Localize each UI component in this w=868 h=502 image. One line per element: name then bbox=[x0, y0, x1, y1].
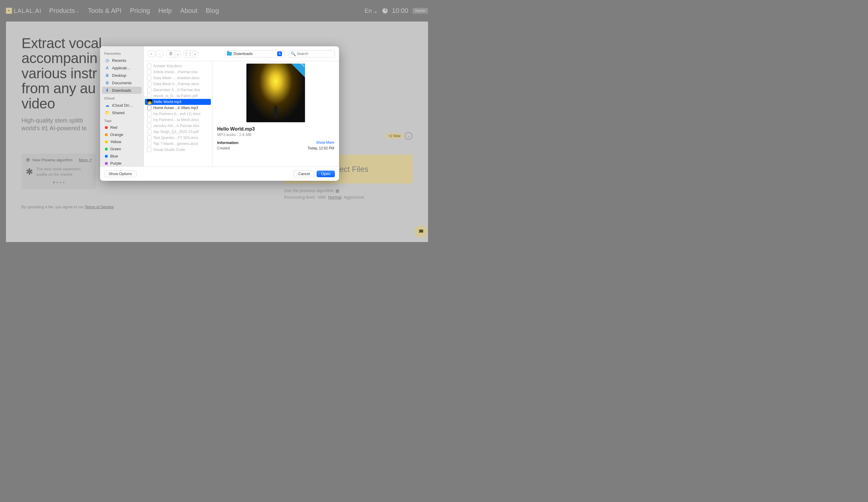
group-dropdown-icon[interactable]: ⌄ bbox=[192, 51, 198, 57]
level-normal[interactable]: Normal bbox=[328, 195, 341, 199]
nav-about[interactable]: About bbox=[180, 7, 197, 14]
language-selector[interactable]: En⌄ bbox=[364, 7, 378, 14]
group-segment[interactable]: ⋮⋮ ⌄ bbox=[184, 50, 198, 58]
tos-text: By uploading a file, you agree to our Te… bbox=[21, 205, 413, 209]
clock-icon: ◷ bbox=[105, 58, 110, 63]
search-field[interactable]: 🔍 bbox=[289, 50, 335, 58]
file-thumb-icon bbox=[147, 100, 152, 104]
plan-badge[interactable]: Starter bbox=[413, 8, 428, 14]
file-name: Visual Studio Code bbox=[153, 147, 185, 152]
previous-algorithm-toggle[interactable]: Use the previous algorithm bbox=[284, 188, 413, 193]
sidebar-item-label: Shared bbox=[112, 111, 125, 115]
sidebar-item[interactable]: Orange bbox=[102, 131, 142, 138]
logo[interactable]: ÷ LALAL.AI bbox=[6, 8, 42, 14]
file-name: December A…h Parmar.xlsx bbox=[153, 88, 200, 92]
nav-pricing[interactable]: Pricing bbox=[130, 7, 150, 14]
nav-products[interactable]: Products⌄ bbox=[49, 7, 80, 14]
level-aggressive[interactable]: Aggressive bbox=[343, 195, 364, 199]
columns-dropdown-icon[interactable]: ⌄ bbox=[175, 51, 180, 57]
file-item[interactable]: Visual Studio Code bbox=[145, 147, 211, 153]
file-list-column[interactable]: Answer Key.docxArticle Invoic…Parmar.xls… bbox=[144, 61, 213, 166]
sidebar-item-label: Applicati… bbox=[112, 66, 131, 70]
nav-help[interactable]: Help bbox=[158, 7, 172, 14]
view-columns-segment[interactable]: ☰ ⌄ bbox=[166, 50, 181, 58]
header-right: En⌄ 10:00 Starter bbox=[364, 7, 428, 14]
preview-title: Hello World.mp3 bbox=[217, 126, 334, 132]
nav-tools-api[interactable]: Tools & API bbox=[88, 7, 122, 14]
file-item[interactable]: January Arti…h Parmar.xlsx bbox=[145, 123, 211, 129]
file-item[interactable]: Jay Singh_Q1_2022-23.pdf bbox=[145, 129, 211, 135]
sidebar-item-label: iCloud Dri… bbox=[112, 103, 133, 107]
file-type-icon bbox=[147, 141, 152, 146]
level-mild[interactable]: Mild bbox=[318, 195, 326, 199]
tos-link[interactable]: Terms of Service bbox=[85, 205, 114, 209]
sidebar-item-label: Blue bbox=[110, 154, 118, 158]
file-item[interactable]: December A…h Parmar.xlsx bbox=[145, 87, 211, 93]
open-button[interactable]: Open bbox=[317, 171, 335, 177]
sidebar-item[interactable]: Yellow bbox=[102, 139, 142, 145]
primary-nav: Products⌄ Tools & API Pricing Help About… bbox=[49, 7, 219, 14]
file-name: ebook_sl_D…ta-Fabric.pdf bbox=[153, 94, 198, 98]
phoenix-icon: P bbox=[26, 158, 30, 162]
search-icon: 🔍 bbox=[291, 51, 296, 56]
file-item[interactable]: Test Questio…FT 503.docx bbox=[145, 135, 211, 141]
sidebar-item-label: Yellow bbox=[110, 140, 121, 144]
finder-main: ‹ › ☰ ⌄ ⋮⋮ ⌄ Downloads ⇅ 🔍 bbox=[144, 46, 339, 166]
chevron-down-icon: ⌄ bbox=[373, 7, 378, 14]
sidebar-item[interactable]: ☁iCloud Dri… bbox=[102, 102, 142, 109]
show-options-button[interactable]: Show Options bbox=[104, 171, 136, 177]
cloud-icon: ☁ bbox=[105, 103, 110, 107]
location-popup[interactable]: Downloads ⇅ bbox=[225, 50, 285, 58]
sidebar-item[interactable]: Purple bbox=[102, 160, 142, 166]
asterisk-icon: ✱ bbox=[26, 166, 33, 177]
file-type-icon bbox=[147, 130, 152, 134]
tag-color-icon bbox=[105, 162, 108, 165]
sidebar-item[interactable]: 🖥Desktop bbox=[102, 72, 142, 79]
file-type-icon bbox=[147, 111, 152, 116]
file-item[interactable]: Top 7 Machi…ginners.docx bbox=[145, 141, 211, 147]
sidebar-item[interactable]: Blue bbox=[102, 153, 142, 160]
file-type-icon bbox=[147, 88, 152, 92]
sidebar-item[interactable]: Green bbox=[102, 145, 142, 152]
file-item[interactable]: Article Invoic…Parmar.xlsx bbox=[145, 69, 211, 75]
sidebar-item[interactable]: AApplicati… bbox=[102, 64, 142, 71]
file-item[interactable]: Hello World.mp3 bbox=[145, 99, 211, 105]
carousel-dots[interactable] bbox=[26, 182, 92, 183]
file-item[interactable]: Answer Key.docx bbox=[145, 63, 211, 69]
checkbox-icon[interactable] bbox=[336, 189, 339, 193]
file-item[interactable]: Ivy Partners…ta Mesh.docx bbox=[145, 117, 211, 123]
cancel-button[interactable]: Cancel bbox=[293, 171, 314, 177]
promo-body-text: The best vocal separation quality on the… bbox=[36, 166, 81, 177]
file-type-icon bbox=[147, 82, 152, 86]
meta-key-created: Created bbox=[217, 146, 230, 150]
back-button[interactable]: ‹ bbox=[148, 51, 155, 57]
file-item[interactable]: Data Mesh b…Parmar.docx bbox=[145, 81, 211, 87]
file-item[interactable]: ebook_sl_D…ta-Fabric.pdf bbox=[145, 93, 211, 99]
chevron-down-icon[interactable]: ⌄ bbox=[405, 132, 413, 140]
nav-blog[interactable]: Blog bbox=[206, 7, 219, 14]
file-name: Article Invoic…Parmar.xlsx bbox=[153, 70, 198, 74]
file-item[interactable]: Ivy Partners b…esh (1).docx bbox=[145, 111, 211, 117]
file-type-icon bbox=[147, 117, 152, 122]
columns-view-icon[interactable]: ☰ bbox=[167, 51, 175, 57]
updown-icon[interactable]: ⇅ bbox=[277, 51, 282, 56]
file-item[interactable]: Data Mesh -…entation.docx bbox=[145, 75, 211, 81]
sidebar-item-label: Recents bbox=[112, 58, 126, 63]
sidebar-item[interactable]: ⬇Downloads bbox=[102, 87, 142, 94]
sidebar-item[interactable]: ◷Recents bbox=[102, 57, 142, 64]
nav-buttons: ‹ › bbox=[148, 51, 163, 57]
search-input[interactable] bbox=[297, 52, 333, 56]
group-icon[interactable]: ⋮⋮ bbox=[184, 51, 192, 57]
file-item[interactable]: Hume Auran…ti Vibes.mp3 bbox=[145, 105, 211, 111]
chat-fab[interactable] bbox=[415, 225, 427, 238]
show-more-link[interactable]: Show More bbox=[316, 141, 334, 145]
finder-sidebar[interactable]: Favourites◷RecentsAApplicati…🖥Desktop🗎Do… bbox=[100, 46, 144, 166]
file-name: Test Questio…FT 503.docx bbox=[153, 136, 198, 140]
sidebar-item[interactable]: 🗎Documents bbox=[102, 79, 142, 86]
forward-button[interactable]: › bbox=[156, 51, 163, 57]
preview-column: Pagalworld Hello World.mp3 MP3 audio - 2… bbox=[213, 61, 339, 166]
sidebar-item[interactable]: 📁Shared bbox=[102, 109, 142, 116]
clock-icon bbox=[382, 8, 388, 13]
sidebar-item[interactable]: Red bbox=[102, 124, 142, 131]
promo-more-link[interactable]: More ↗ bbox=[79, 158, 92, 162]
